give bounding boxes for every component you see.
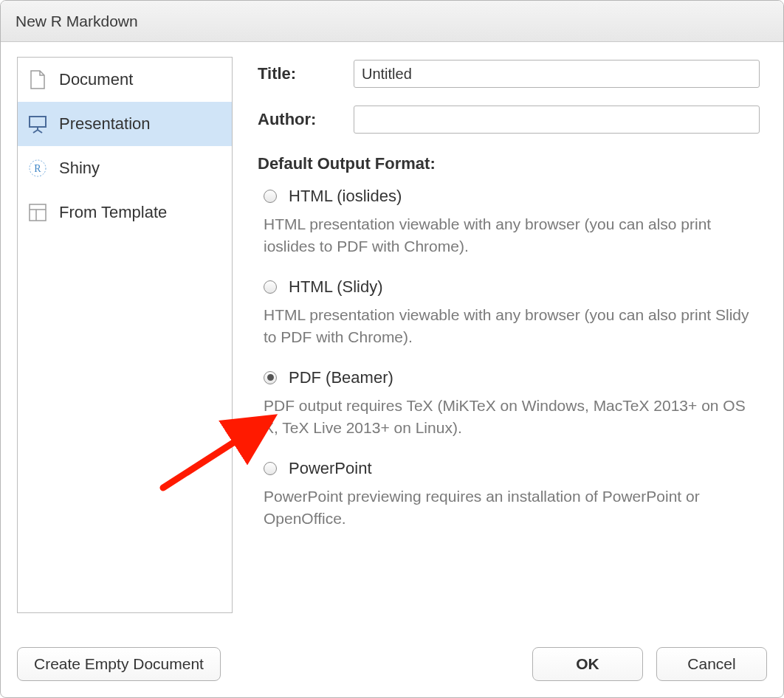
- sidebar-item-label: Shiny: [59, 159, 100, 178]
- dialog-body: Document Presentation R: [1, 42, 783, 613]
- form-row-author: Author:: [258, 106, 760, 134]
- svg-rect-0: [30, 117, 46, 127]
- option-label: HTML (Slidy): [289, 277, 383, 297]
- option-label: PDF (Beamer): [289, 368, 393, 387]
- author-label: Author:: [258, 110, 354, 129]
- document-icon: [28, 70, 47, 89]
- option-label: PowerPoint: [289, 459, 372, 478]
- create-empty-document-button[interactable]: Create Empty Document: [17, 647, 221, 681]
- sidebar-item-shiny[interactable]: R Shiny: [18, 146, 232, 190]
- sidebar-item-presentation[interactable]: Presentation: [18, 102, 232, 146]
- shiny-icon: R: [28, 159, 47, 178]
- sidebar-item-document[interactable]: Document: [18, 58, 232, 102]
- ok-button[interactable]: OK: [532, 647, 643, 681]
- sidebar: Document Presentation R: [17, 57, 233, 613]
- option-pdf-beamer[interactable]: PDF (Beamer) PDF output requires TeX (Mi…: [258, 368, 760, 459]
- svg-line-3: [38, 130, 42, 133]
- main-panel: Title: Author: Default Output Format: HT…: [233, 57, 767, 613]
- sidebar-item-label: Presentation: [59, 114, 151, 134]
- svg-rect-6: [30, 204, 46, 221]
- option-powerpoint[interactable]: PowerPoint PowerPoint previewing require…: [258, 459, 760, 550]
- author-field[interactable]: [354, 106, 760, 134]
- cancel-button[interactable]: Cancel: [656, 647, 767, 681]
- dialog-new-r-markdown: New R Markdown Document: [0, 0, 784, 698]
- option-label: HTML (ioslides): [289, 187, 402, 206]
- option-description: PowerPoint previewing requires an instal…: [264, 486, 760, 531]
- radio-icon[interactable]: [264, 371, 277, 384]
- title-field[interactable]: [354, 60, 760, 88]
- presentation-icon: [28, 114, 47, 134]
- option-description: HTML presentation viewable with any brow…: [264, 304, 760, 349]
- radio-icon[interactable]: [264, 280, 277, 294]
- sidebar-item-label: Document: [59, 70, 133, 89]
- svg-text:R: R: [34, 163, 41, 174]
- radio-icon[interactable]: [264, 190, 277, 203]
- sidebar-item-label: From Template: [59, 203, 167, 222]
- output-format-heading: Default Output Format:: [258, 154, 760, 173]
- option-description: PDF output requires TeX (MiKTeX on Windo…: [264, 395, 760, 440]
- option-html-slidy[interactable]: HTML (Slidy) HTML presentation viewable …: [258, 277, 760, 368]
- dialog-title: New R Markdown: [1, 1, 783, 42]
- sidebar-item-from-template[interactable]: From Template: [18, 190, 232, 235]
- title-label: Title:: [258, 64, 354, 83]
- svg-line-2: [33, 130, 38, 133]
- option-description: HTML presentation viewable with any brow…: [264, 213, 760, 258]
- form-row-title: Title:: [258, 60, 760, 88]
- option-html-ioslides[interactable]: HTML (ioslides) HTML presentation viewab…: [258, 187, 760, 277]
- dialog-footer: Create Empty Document OK Cancel: [1, 632, 783, 697]
- template-icon: [28, 203, 47, 222]
- radio-icon[interactable]: [264, 462, 277, 475]
